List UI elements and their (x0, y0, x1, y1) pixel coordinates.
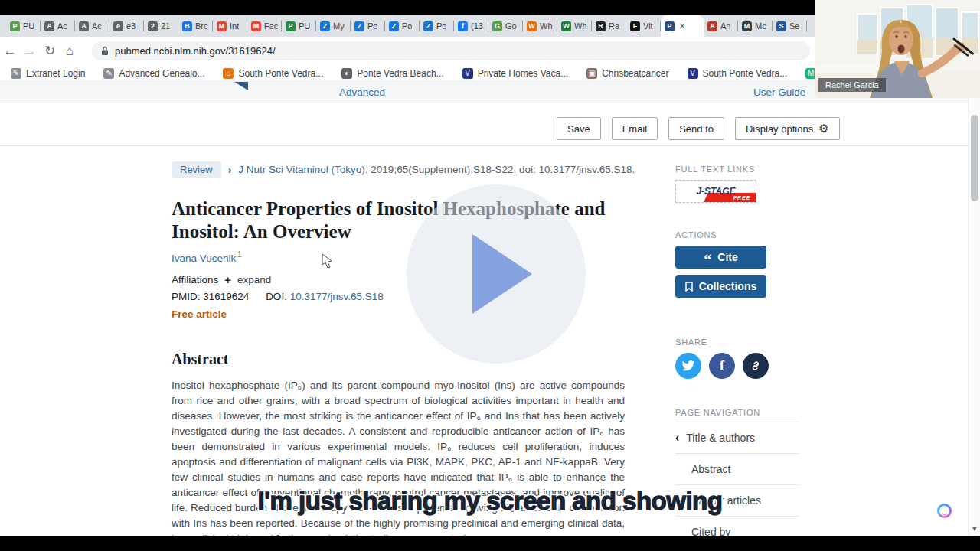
tab[interactable]: PPU (282, 15, 316, 37)
identifiers-row: PMID: 31619624 DOI: 10.3177/jnsv.65.S18 (172, 291, 384, 302)
chevron-right-icon: › (228, 164, 232, 176)
globe-favicon: e (113, 21, 123, 31)
tab[interactable]: 221 (144, 15, 178, 37)
article-page: Save Email Send to Display options ⚙ Rev… (0, 103, 980, 536)
tab-title: Wh (574, 21, 587, 31)
user-guide-link[interactable]: User Guide (753, 86, 805, 98)
author-link[interactable]: Ivana Vucenik (172, 253, 236, 264)
globe-favicon: 2 (148, 21, 158, 31)
page-scrollbar[interactable]: ▼ (968, 98, 980, 536)
cite-button[interactable]: “ Cite (675, 246, 766, 269)
scrollbar-thumb[interactable] (971, 115, 978, 201)
advanced-search-link[interactable]: Advanced (339, 86, 385, 98)
divider (0, 145, 980, 146)
tab-title: Mc (755, 21, 766, 31)
reload-icon[interactable]: ↻ (40, 43, 60, 59)
video-play-overlay[interactable] (407, 184, 586, 364)
tab[interactable]: PPU (6, 15, 41, 37)
home-icon[interactable]: ⌂ (60, 44, 80, 59)
free-article-label: Free article (172, 308, 227, 320)
twitter-icon (681, 359, 695, 373)
tab[interactable]: FVit (626, 15, 661, 37)
tab[interactable]: AAn (704, 15, 738, 37)
tab[interactable]: ee3 (109, 15, 144, 37)
house-icon: ⌂ (223, 68, 234, 79)
tab[interactable]: ZMy (316, 15, 351, 37)
news-favicon: F (630, 21, 640, 31)
tab[interactable]: ZPo (351, 15, 385, 37)
tab[interactable]: ZPo (420, 15, 454, 37)
plus-icon[interactable]: + (224, 273, 231, 286)
author-superscript: 1 (237, 250, 242, 259)
tab[interactable]: AAc (75, 15, 109, 37)
citation-row: Review › J Nutr Sci Vitaminol (Tokyo). 2… (172, 161, 635, 178)
abstract-text: Inositol hexaphosphate (IP₆) and its par… (172, 378, 625, 546)
flag-icon: V (688, 68, 698, 79)
jstage-full-text-button[interactable]: J-STAGE FREE (675, 180, 756, 203)
email-button[interactable]: Email (612, 117, 658, 140)
bottom-black-bar (0, 536, 980, 551)
tab-title: Ac (92, 21, 102, 31)
actions-label: ACTIONS (675, 230, 717, 240)
tab-title: Po (402, 21, 412, 31)
tab-active[interactable]: P× (661, 15, 704, 37)
display-options-button[interactable]: Display options ⚙ (735, 117, 840, 140)
tab[interactable]: WWh (557, 15, 592, 37)
page-navigation-list: ‹Title & authorsAbstractSimilar articles… (675, 422, 799, 547)
tab[interactable]: AAc (41, 15, 75, 37)
scroll-down-icon[interactable]: ▼ (969, 525, 980, 533)
zillow-favicon: Z (320, 21, 330, 31)
tab-title: Se (789, 21, 799, 31)
page-nav-item[interactable]: Abstract (675, 453, 799, 484)
leaf-favicon: G (492, 21, 502, 31)
collections-button[interactable]: Collections (675, 275, 766, 298)
tab[interactable]: BBrc (178, 15, 213, 37)
bookmark-label: South Ponte Vedra... (703, 68, 788, 79)
bookmark-icon (685, 282, 693, 292)
tab[interactable]: MMc (738, 15, 773, 37)
tab[interactable]: WWh (523, 15, 557, 37)
tab[interactable]: f(13 (454, 15, 488, 37)
bookmark-item[interactable]: VPrivate Homes Vaca... (462, 68, 569, 79)
tab-title: My (333, 21, 345, 31)
pen-icon: ✎ (11, 68, 21, 79)
tab-title: Int (230, 21, 239, 31)
bookmark-item[interactable]: ✎Extranet Login (11, 68, 85, 79)
permalink-share-button[interactable] (743, 353, 769, 379)
tab[interactable]: MFac (247, 15, 282, 37)
tab[interactable]: GGo (488, 15, 523, 37)
back-icon[interactable]: ← (0, 44, 20, 59)
bookmark-item[interactable]: ✎Advanced Genealo... (103, 68, 204, 79)
bookmark-item[interactable]: ⌂South Ponte Vedra... (223, 68, 323, 79)
doi-link[interactable]: 10.3177/jnsv.65.S18 (290, 291, 384, 302)
send-to-button[interactable]: Send to (668, 117, 724, 140)
affiliations-label: Affiliations (172, 274, 218, 285)
tab[interactable]: RRa (592, 15, 626, 37)
close-tab-icon[interactable]: × (679, 21, 685, 31)
bookmark-item[interactable]: VSouth Ponte Vedra... (688, 68, 788, 79)
flag-icon: V (462, 68, 473, 79)
facebook-icon: f (720, 357, 724, 374)
jstage-logo: J-STAGE (696, 186, 735, 197)
facebook-share-button[interactable]: f (709, 353, 735, 379)
forward-icon[interactable]: → (20, 44, 40, 59)
expand-link[interactable]: expand (237, 274, 271, 285)
save-button[interactable]: Save (557, 117, 601, 140)
pubmed-doc-favicon: P (665, 21, 675, 31)
color-app-favicon: W (527, 21, 537, 31)
address-bar[interactable]: pubmed.ncbi.nlm.nih.gov/31619624/ (92, 41, 810, 60)
tab-title: Po (436, 21, 446, 31)
journal-link[interactable]: J Nutr Sci Vitaminol (Tokyo) (238, 164, 365, 175)
bookmark-item[interactable]: ◐Ponte Vedra Beach... (341, 68, 443, 79)
tab[interactable]: SSe (773, 15, 807, 37)
page-nav-item[interactable]: ‹Title & authors (675, 422, 799, 453)
tab-title: PU (299, 21, 310, 31)
twitter-share-button[interactable] (675, 353, 701, 379)
display-options-label: Display options (746, 123, 813, 135)
facebook-favicon: f (458, 21, 468, 31)
tab-title: Po (368, 21, 377, 31)
tab[interactable]: ZPo (385, 15, 420, 37)
bookmark-item[interactable]: ▣Chrisbeatcancer (586, 68, 668, 79)
tab-title: Ra (609, 21, 619, 31)
tab[interactable]: MInt (213, 15, 247, 37)
